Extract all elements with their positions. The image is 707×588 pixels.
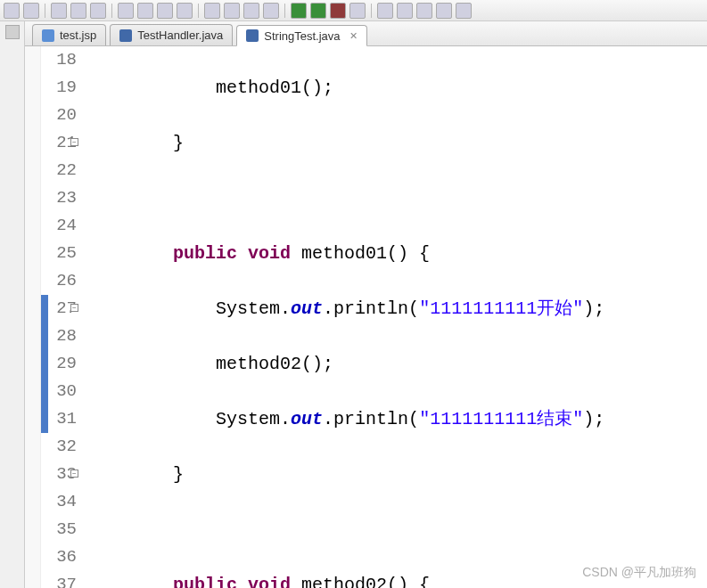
line-number: 27− bbox=[41, 295, 77, 323]
stop-button[interactable] bbox=[330, 3, 346, 19]
tab-label: test.jsp bbox=[60, 29, 96, 42]
line-number: 25 bbox=[41, 240, 77, 267]
toolbar-separator bbox=[198, 4, 199, 18]
tab-label: TestHandler.java bbox=[137, 29, 223, 42]
code-content[interactable]: method01(); } public void method01() { S… bbox=[84, 46, 707, 588]
toolbar-button[interactable] bbox=[243, 3, 259, 19]
java-file-icon bbox=[246, 29, 259, 42]
toolbar-separator bbox=[45, 4, 45, 18]
line-number: 31 bbox=[41, 405, 77, 433]
toolbar-button[interactable] bbox=[456, 3, 472, 19]
line-number: 24 bbox=[41, 212, 77, 240]
toolbar-button[interactable] bbox=[397, 3, 413, 19]
toolbar-button[interactable] bbox=[263, 3, 279, 19]
line-number: 36 bbox=[41, 543, 77, 571]
sidebar-view-icon[interactable] bbox=[5, 25, 20, 39]
line-number: 18 bbox=[41, 46, 77, 74]
fold-toggle-icon[interactable]: − bbox=[70, 304, 78, 312]
watermark: CSDN @平凡加班狗 bbox=[582, 565, 696, 581]
toolbar bbox=[0, 0, 707, 21]
toolbar-button[interactable] bbox=[137, 3, 153, 19]
toolbar-separator bbox=[284, 4, 285, 18]
line-number: 34 bbox=[41, 488, 77, 516]
run-button[interactable] bbox=[310, 3, 326, 19]
toolbar-button[interactable] bbox=[436, 3, 452, 19]
line-number: 21− bbox=[41, 129, 77, 157]
java-file-icon bbox=[119, 29, 132, 42]
line-number: 19 bbox=[41, 74, 77, 102]
toolbar-button[interactable] bbox=[4, 3, 20, 19]
line-number: 22 bbox=[41, 157, 77, 184]
fold-toggle-icon[interactable]: − bbox=[70, 470, 78, 478]
toolbar-button[interactable] bbox=[90, 3, 106, 19]
jsp-file-icon bbox=[42, 29, 54, 42]
toolbar-button[interactable] bbox=[349, 3, 366, 19]
tab-stringtest-java[interactable]: StringTest.java ✕ bbox=[236, 25, 366, 46]
toolbar-separator bbox=[371, 4, 372, 18]
marker-bar bbox=[25, 46, 41, 588]
line-number: 28 bbox=[41, 323, 77, 350]
toolbar-button[interactable] bbox=[23, 3, 39, 19]
toolbar-button[interactable] bbox=[204, 3, 220, 19]
line-number: 20 bbox=[41, 102, 77, 129]
toolbar-button[interactable] bbox=[224, 3, 240, 19]
toolbar-button[interactable] bbox=[416, 3, 432, 19]
line-number: 30 bbox=[41, 378, 77, 405]
line-number: 32 bbox=[41, 433, 77, 461]
toolbar-button[interactable] bbox=[157, 3, 173, 19]
line-number-gutter: 18 19 20 21− 22 23 24 25 26 27− 28 29 30… bbox=[41, 46, 84, 588]
editor-tabs: test.jsp TestHandler.java StringTest.jav… bbox=[25, 21, 707, 46]
code-editor[interactable]: 18 19 20 21− 22 23 24 25 26 27− 28 29 30… bbox=[25, 46, 707, 588]
toolbar-button[interactable] bbox=[51, 3, 67, 19]
tab-testhandler-java[interactable]: TestHandler.java bbox=[110, 24, 233, 45]
line-number: 23 bbox=[41, 184, 77, 212]
toolbar-button[interactable] bbox=[118, 3, 134, 19]
close-icon[interactable]: ✕ bbox=[349, 30, 358, 42]
line-number: 35 bbox=[41, 516, 77, 543]
line-number: 26 bbox=[41, 267, 77, 295]
tab-test-jsp[interactable]: test.jsp bbox=[32, 24, 106, 45]
tab-label: StringTest.java bbox=[264, 29, 340, 43]
view-sidebar bbox=[0, 21, 25, 588]
toolbar-button[interactable] bbox=[177, 3, 193, 19]
line-number: 37 bbox=[41, 571, 77, 588]
line-number: 33− bbox=[41, 461, 77, 488]
run-button[interactable] bbox=[291, 3, 307, 19]
fold-toggle-icon[interactable]: − bbox=[70, 138, 78, 146]
toolbar-button[interactable] bbox=[377, 3, 393, 19]
toolbar-separator bbox=[111, 4, 112, 18]
line-number: 29 bbox=[41, 350, 77, 378]
toolbar-button[interactable] bbox=[70, 3, 86, 19]
